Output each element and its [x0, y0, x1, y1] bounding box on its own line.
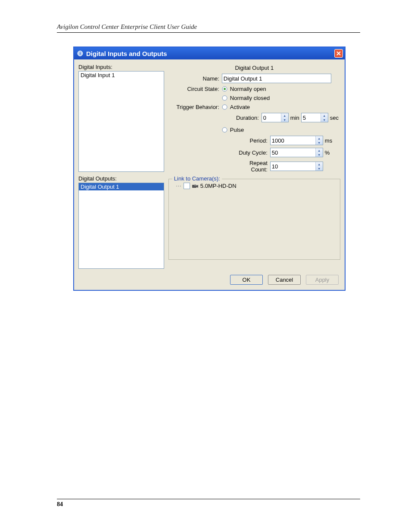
page-header: Avigilon Control Center Enterprise Clien… — [57, 23, 360, 33]
svg-point-9 — [194, 184, 196, 186]
period-label: Period: — [233, 137, 270, 144]
repeat-count-label: Repeat Count: — [233, 160, 270, 173]
apply-button: Apply — [306, 275, 339, 285]
duration-min-input[interactable] — [262, 113, 281, 122]
duty-cycle-spinner[interactable]: ▲▼ — [270, 148, 323, 157]
name-input[interactable] — [222, 74, 331, 83]
normally-open-label: Normally open — [230, 86, 266, 92]
duty-cycle-input[interactable] — [271, 148, 315, 157]
digital-outputs-list[interactable]: Digital Output 1 — [78, 183, 164, 269]
camera-tree-item[interactable]: ⋯ 5.0MP-HD-DN — [172, 183, 336, 189]
radio-pulse[interactable] — [222, 127, 227, 133]
cancel-button[interactable]: Cancel — [268, 275, 301, 285]
duration-sec-spinner[interactable]: ▲▼ — [301, 113, 328, 122]
digital-outputs-label: Digital Outputs: — [78, 175, 164, 182]
camera-icon — [192, 184, 199, 189]
dialog-digital-io: i Digital Inputs and Outputs Digital Inp… — [73, 47, 346, 291]
repeat-count-input[interactable] — [271, 162, 315, 171]
list-item[interactable]: Digital Input 1 — [79, 72, 164, 79]
chevron-up-icon[interactable]: ▲ — [316, 136, 323, 140]
svg-point-5 — [222, 105, 227, 109]
svg-point-4 — [222, 96, 227, 100]
close-button[interactable] — [334, 49, 343, 58]
trigger-behavior-label: Trigger Behavior: — [168, 104, 222, 110]
period-input[interactable] — [271, 136, 315, 145]
link-to-cameras-group: Link to Camera(s): ⋯ 5.0MP-HD-DN — [168, 179, 340, 260]
normally-closed-label: Normally closed — [230, 95, 270, 101]
repeat-count-spinner[interactable]: ▲▼ — [270, 162, 323, 171]
min-unit: min — [290, 115, 299, 121]
dialog-title: Digital Inputs and Outputs — [86, 50, 167, 57]
digital-inputs-list[interactable]: Digital Input 1 — [78, 71, 164, 172]
list-item[interactable]: Digital Output 1 — [79, 183, 164, 190]
svg-text:i: i — [80, 51, 81, 56]
name-label: Name: — [168, 75, 222, 82]
chevron-down-icon[interactable]: ▼ — [321, 118, 328, 122]
camera-name: 5.0MP-HD-DN — [200, 183, 237, 189]
svg-point-3 — [224, 88, 226, 90]
titlebar: i Digital Inputs and Outputs — [74, 47, 345, 59]
svg-point-6 — [222, 128, 227, 132]
chevron-up-icon[interactable]: ▲ — [316, 148, 323, 152]
chevron-up-icon[interactable]: ▲ — [281, 113, 288, 118]
chevron-down-icon[interactable]: ▼ — [316, 166, 323, 171]
period-spinner[interactable]: ▲▼ — [270, 136, 323, 145]
ms-unit: ms — [325, 137, 332, 144]
circuit-state-label: Circuit State: — [168, 86, 222, 92]
chevron-down-icon[interactable]: ▼ — [316, 140, 323, 145]
page-number: 84 — [57, 499, 360, 508]
ok-button[interactable]: OK — [230, 275, 263, 285]
chevron-down-icon[interactable]: ▼ — [316, 152, 323, 157]
camera-checkbox[interactable] — [184, 183, 190, 189]
activate-label: Activate — [230, 104, 250, 110]
app-icon: i — [77, 50, 84, 57]
sec-unit: sec — [330, 115, 339, 121]
chevron-down-icon[interactable]: ▼ — [281, 118, 288, 122]
radio-normally-open[interactable] — [222, 86, 227, 92]
percent-unit: % — [325, 149, 330, 156]
duration-sec-input[interactable] — [302, 113, 321, 122]
chevron-up-icon[interactable]: ▲ — [321, 113, 328, 118]
chevron-up-icon[interactable]: ▲ — [316, 162, 323, 166]
digital-inputs-label: Digital Inputs: — [78, 64, 164, 70]
link-to-cameras-legend: Link to Camera(s): — [172, 175, 222, 182]
output-panel-title: Digital Output 1 — [168, 64, 340, 74]
pulse-label: Pulse — [230, 127, 244, 133]
duration-label: Duration: — [233, 115, 262, 121]
duty-cycle-label: Duty Cycle: — [233, 149, 270, 156]
radio-normally-closed[interactable] — [222, 95, 227, 101]
duration-min-spinner[interactable]: ▲▼ — [262, 113, 289, 122]
svg-marker-8 — [196, 185, 198, 188]
radio-activate[interactable] — [222, 104, 227, 110]
tree-connector-icon: ⋯ — [176, 183, 182, 189]
